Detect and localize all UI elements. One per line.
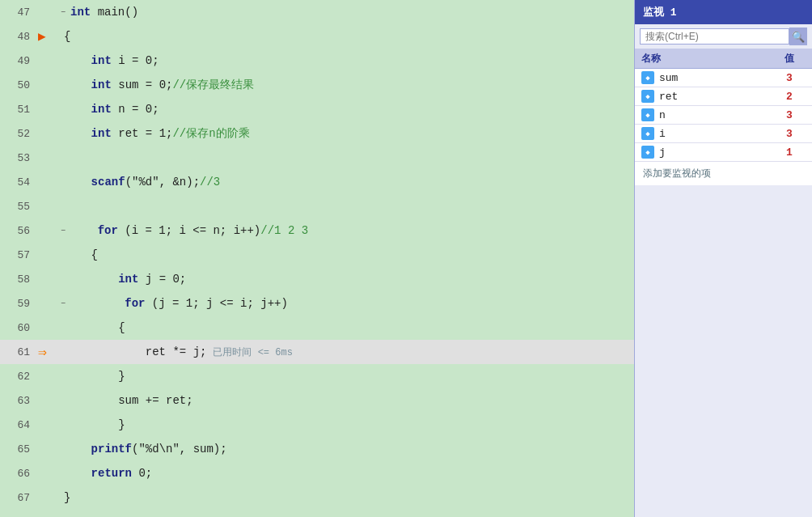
code-text: }	[61, 485, 634, 510]
code-line: 54 scanf("%d", &n);//3	[0, 170, 634, 194]
code-line: 56 − for (i = 1; i <= n; i++)//1 2 3	[0, 218, 634, 243]
line-number: 48	[0, 31, 36, 43]
watch-search-bar[interactable]: 🔍	[635, 24, 812, 49]
line-number: 56	[0, 225, 36, 237]
line-number: 49	[0, 55, 36, 67]
line-number: 58	[0, 273, 36, 286]
code-line: 65 printf("%d\n", sum);	[0, 437, 634, 461]
watch-col-name: 名称	[641, 52, 773, 66]
line-number: 66	[0, 468, 36, 480]
watch-var-icon: ◆	[641, 71, 654, 84]
code-text: for (i = 1; i <= n; i++)//1 2 3	[67, 218, 634, 243]
watch-title: 监视 1	[635, 0, 812, 24]
code-text: int j = 0;	[61, 267, 634, 291]
code-text: {	[61, 316, 634, 340]
code-text: }	[61, 413, 634, 437]
current-line-arrow: ⇒	[38, 343, 47, 361]
watch-var-icon: ◆	[641, 108, 654, 121]
watch-search-input[interactable]	[640, 28, 789, 44]
fold-button[interactable]: −	[61, 299, 66, 308]
code-line: 51 int n = 0;	[0, 97, 634, 121]
line-number: 51	[0, 104, 36, 116]
watch-add-item[interactable]: 添加要监视的项	[635, 162, 812, 185]
watch-row[interactable]: ◆ i 3	[635, 125, 812, 143]
watch-row[interactable]: ◆ n 3	[635, 106, 812, 125]
watch-row[interactable]: ◆ sum 3	[635, 69, 812, 87]
line-number: 63	[0, 395, 36, 407]
line-number: 57	[0, 249, 36, 261]
code-line: 63 sum += ret;	[0, 388, 634, 413]
time-hint: 已用时间 <= 6ms	[213, 347, 292, 358]
code-line: 59 − for (j = 1; j <= i; j++)	[0, 291, 634, 316]
code-text: printf("%d\n", sum);	[61, 437, 634, 461]
watch-var-name: j	[659, 146, 773, 159]
code-line: 66 return 0;	[0, 461, 634, 485]
fold-button[interactable]: −	[61, 227, 66, 235]
watch-search-button[interactable]: 🔍	[789, 28, 807, 45]
code-text: int ret = 1;//保存n的阶乘	[61, 121, 634, 146]
code-line: 67 }	[0, 485, 634, 510]
line-number: 62	[0, 371, 36, 383]
code-line: 60 {	[0, 316, 634, 340]
watch-var-value: 2	[773, 91, 806, 103]
line-number: 47	[0, 6, 36, 19]
watch-var-name: i	[659, 128, 773, 140]
code-line: 55	[0, 194, 634, 218]
line-number: 54	[0, 176, 36, 189]
code-text: scanf("%d", &n);//3	[61, 170, 634, 194]
line-number: 65	[0, 443, 36, 456]
watch-var-value: 1	[773, 146, 806, 159]
watch-table-header: 名称 值	[635, 49, 812, 69]
code-line: 49 int i = 0;	[0, 49, 634, 73]
code-text: int sum = 0;//保存最终结果	[61, 73, 634, 97]
code-text	[61, 146, 634, 170]
code-line: 47 − int main()	[0, 0, 634, 24]
line-number: 55	[0, 201, 36, 213]
code-text: return 0;	[61, 461, 634, 485]
code-line: 57 {	[0, 243, 634, 267]
code-text: int n = 0;	[61, 97, 634, 121]
watch-row[interactable]: ◆ ret 2	[635, 87, 812, 106]
code-text: int main()	[67, 0, 634, 24]
watch-var-value: 3	[773, 72, 806, 84]
watch-var-value: 3	[773, 109, 806, 121]
watch-col-value: 值	[773, 52, 806, 66]
code-line: 52 int ret = 1;//保存n的阶乘	[0, 121, 634, 146]
code-editor: 47 − int main() 48 ▶ { 49 int i = 0;	[0, 0, 634, 517]
watch-var-icon: ◆	[641, 90, 654, 103]
breakpoint-arrow: ▶	[38, 28, 46, 44]
watch-row[interactable]: ◆ j 1	[635, 143, 812, 162]
line-number: 67	[0, 492, 36, 504]
code-text: ret *= j;已用时间 <= 6ms	[61, 340, 634, 365]
code-line: 58 int j = 0;	[0, 267, 634, 291]
code-line: 50 int sum = 0;//保存最终结果	[0, 73, 634, 97]
line-number: 52	[0, 128, 36, 140]
line-number: 60	[0, 322, 36, 334]
watch-var-name: sum	[659, 72, 773, 84]
watch-var-name: n	[659, 109, 773, 121]
code-line: 62 }	[0, 364, 634, 388]
code-line: 53	[0, 146, 634, 170]
watch-var-name: ret	[659, 91, 773, 103]
line-number: 59	[0, 298, 36, 310]
watch-var-value: 3	[773, 128, 806, 140]
line-number: 53	[0, 152, 36, 164]
code-text	[61, 194, 634, 218]
line-number: 61	[0, 346, 36, 358]
code-text: for (j = 1; j <= i; j++)	[67, 291, 634, 316]
code-line: 61 ⇒ ret *= j;已用时间 <= 6ms	[0, 340, 634, 364]
code-text: {	[61, 24, 634, 49]
code-line: 64 }	[0, 413, 634, 437]
line-number: 64	[0, 419, 36, 431]
code-line: 48 ▶ {	[0, 24, 634, 49]
code-text: int i = 0;	[61, 49, 634, 73]
watch-var-icon: ◆	[641, 146, 654, 159]
code-text: }	[61, 364, 634, 388]
watch-panel: 监视 1 🔍 名称 值 ◆ sum 3 ◆ ret 2 ◆ n 3 ◆ i 3 …	[634, 0, 812, 517]
code-text: sum += ret;	[61, 388, 634, 413]
watch-var-icon: ◆	[641, 127, 654, 140]
fold-button[interactable]: −	[61, 8, 66, 17]
code-text: {	[61, 243, 634, 267]
line-number: 50	[0, 79, 36, 91]
